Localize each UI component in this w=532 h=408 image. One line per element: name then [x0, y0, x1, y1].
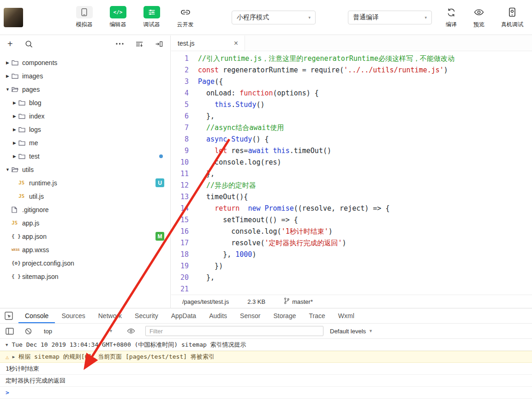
log-levels-select[interactable]: Default levels ▼: [330, 328, 373, 335]
git-branch[interactable]: master*: [284, 297, 313, 306]
tree-item-pages[interactable]: ▼pages: [0, 83, 170, 96]
code-line[interactable]: 17 resolve('定时器执行完成的返回'): [171, 237, 532, 249]
debugger-tab-appdata[interactable]: AppData: [165, 308, 203, 323]
console-sidebar-icon[interactable]: [6, 328, 14, 335]
debugger-panel: ConsoleSourcesNetworkSecurityAppDataAudi…: [0, 308, 532, 408]
code-line[interactable]: 4 onLoad: function(options) {: [171, 88, 532, 99]
debugger-tab-trace[interactable]: Trace: [302, 308, 331, 323]
chevron-down-icon[interactable]: ▼: [4, 87, 12, 92]
tree-item-app-json[interactable]: { }app.jsonM: [0, 230, 170, 243]
sort-files-button[interactable]: [136, 41, 143, 47]
chevron-right-icon[interactable]: ▶: [4, 74, 12, 78]
code-line[interactable]: 11 },: [171, 168, 532, 180]
refresh-icon: [447, 6, 456, 18]
expander-right-icon[interactable]: ▶: [12, 355, 15, 359]
tree-item-util-js[interactable]: JSutil.js: [0, 189, 170, 203]
expander-down-icon[interactable]: ▼: [6, 343, 8, 347]
chevron-right-icon[interactable]: ▶: [4, 60, 12, 65]
code-line[interactable]: 16 console.log('1秒计时结束'): [171, 226, 532, 237]
debugger-tab-network[interactable]: Network: [92, 308, 128, 323]
compile-mode-select[interactable]: 普通编译 ▾: [348, 11, 432, 24]
code-line[interactable]: 8 async Study() {: [171, 134, 532, 145]
chevron-down-icon[interactable]: ▼: [4, 167, 12, 172]
eye-icon[interactable]: [127, 328, 135, 334]
console-group[interactable]: ▼Tue Dec 10 2019 13:04:34 GMT+0800 (中国标准…: [0, 339, 532, 351]
chevron-right-icon[interactable]: ▶: [11, 127, 18, 132]
code-line[interactable]: 12 //异步的定时器: [171, 180, 532, 191]
chevron-down-icon: ▾: [308, 15, 311, 20]
chevron-right-icon[interactable]: ▶: [11, 114, 18, 118]
code-line[interactable]: 21: [171, 284, 532, 295]
real-device-debug-button[interactable]: 真机调试: [494, 6, 531, 29]
line-number: 10: [171, 157, 198, 168]
tree-item-runtime-js[interactable]: JSruntime.jsU: [0, 176, 170, 189]
code-line[interactable]: 15 setTimeout(() => {: [171, 214, 532, 226]
code-line[interactable]: 9 let res=await this.timeOut(): [171, 145, 532, 157]
tree-item-app-wxss[interactable]: wxssapp.wxss: [0, 243, 170, 256]
tree-item-components[interactable]: ▶components: [0, 56, 170, 69]
debugger-tab-console[interactable]: Console: [18, 308, 55, 323]
console-log[interactable]: 定时器执行完成的返回: [0, 375, 532, 387]
code-area[interactable]: 1//引入runtime.js，注意这里的regeneratorRuntime必…: [171, 51, 532, 295]
debugger-tab-audits[interactable]: Audits: [203, 308, 233, 323]
tree-item-test[interactable]: ▶test: [0, 149, 170, 163]
code-line[interactable]: 19 }): [171, 260, 532, 272]
code-line[interactable]: 7 //async结合await使用: [171, 122, 532, 134]
code-line[interactable]: 20 },: [171, 272, 532, 284]
close-icon[interactable]: ×: [234, 39, 238, 47]
simulator-button[interactable]: 模拟器: [67, 6, 101, 29]
code-text: },: [198, 168, 215, 180]
console-warning[interactable]: ⚠▶根据 sitemap 的规则[0]，当前页面 [pages/test/tes…: [0, 351, 532, 363]
tree-item-project-config-json[interactable]: {o}project.config.json: [0, 256, 170, 270]
file-label: util.js: [29, 193, 44, 200]
user-avatar[interactable]: [4, 8, 23, 27]
debugger-button[interactable]: 调试器: [135, 6, 168, 29]
console-log[interactable]: 1秒计时结束: [0, 363, 532, 375]
debugger-tab-sensor[interactable]: Sensor: [233, 308, 267, 323]
code-line[interactable]: 5 this.Study(): [171, 99, 532, 111]
code-line[interactable]: 14 return new Promise((resolve, reject) …: [171, 203, 532, 214]
tree-item--gitignore[interactable]: .gitignore: [0, 203, 170, 216]
tree-item-images[interactable]: ▶images: [0, 69, 170, 83]
clear-console-icon[interactable]: [25, 328, 32, 335]
collapse-panel-button[interactable]: [155, 41, 163, 47]
code-line[interactable]: 18 }, 1000): [171, 249, 532, 260]
folder-icon: [18, 113, 29, 119]
tree-item-sitemap-json[interactable]: { }sitemap.json: [0, 270, 170, 283]
code-line[interactable]: 13 timeOut(){: [171, 191, 532, 203]
json-file-icon: { }: [12, 273, 22, 279]
cloud-dev-button[interactable]: 云开发: [168, 6, 202, 29]
debugger-tab-storage[interactable]: Storage: [267, 308, 302, 323]
chevron-right-icon[interactable]: ▶: [11, 141, 18, 145]
code-line[interactable]: 6 },: [171, 111, 532, 122]
tree-item-blog[interactable]: ▶blog: [0, 96, 170, 109]
preview-button[interactable]: 预览: [466, 6, 492, 29]
debugger-tab-security[interactable]: Security: [128, 308, 165, 323]
code-line[interactable]: 1//引入runtime.js，注意这里的regeneratorRuntime必…: [171, 53, 532, 65]
json-file-icon: { }: [12, 233, 22, 239]
code-line[interactable]: 10 console.log(res): [171, 157, 532, 168]
code-line[interactable]: 3Page({: [171, 76, 532, 88]
tree-item-index[interactable]: ▶index: [0, 109, 170, 123]
add-file-button[interactable]: +: [7, 39, 13, 48]
filter-input[interactable]: [145, 326, 323, 336]
editor-button[interactable]: </> 编辑器: [101, 6, 135, 29]
chevron-right-icon[interactable]: ▶: [11, 154, 18, 159]
compile-button[interactable]: 编译: [438, 6, 464, 29]
debugger-tab-sources[interactable]: Sources: [55, 308, 91, 323]
console-prompt[interactable]: >: [0, 387, 532, 399]
more-options-button[interactable]: [116, 43, 124, 45]
editor-statusbar: /pages/test/test.js 2.3 KB master*: [171, 295, 532, 308]
tree-item-me[interactable]: ▶me: [0, 136, 170, 149]
inspect-icon[interactable]: [5, 312, 13, 320]
debugger-tab-wxml[interactable]: Wxml: [332, 308, 361, 323]
tree-item-app-js[interactable]: JSapp.js: [0, 216, 170, 230]
chevron-right-icon[interactable]: ▶: [11, 101, 18, 105]
search-button[interactable]: [25, 40, 33, 48]
tree-item-logs[interactable]: ▶logs: [0, 123, 170, 136]
mode-select[interactable]: 小程序模式 ▾: [232, 11, 316, 24]
context-select[interactable]: top ▼: [44, 328, 113, 335]
tree-item-utils[interactable]: ▼utils: [0, 163, 170, 176]
code-line[interactable]: 2const regeneratorRuntime = require('../…: [171, 65, 532, 76]
tab-test-js[interactable]: test.js ×: [171, 35, 245, 51]
